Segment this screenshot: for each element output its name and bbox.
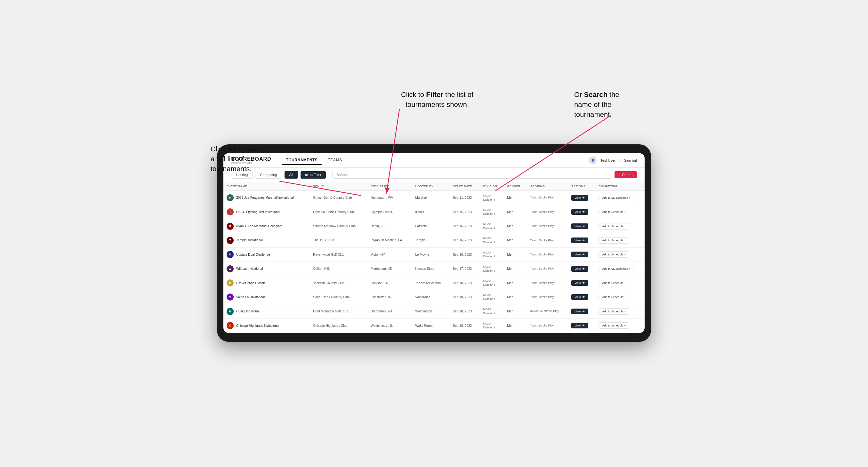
add-schedule-label-4: Add to Schedule + [602, 253, 626, 256]
cell-event-0: M 2023 Joe Feaganes Marshall Invitationa… [223, 191, 310, 205]
cell-division-3: NCAADivision I [480, 234, 504, 247]
cell-city-5: Manhattan, KS [367, 262, 412, 276]
cell-city-2: Berlin, CT [367, 219, 412, 233]
cell-city-8: Bremerton, WA [367, 304, 412, 318]
cell-gender-2: Men [504, 219, 527, 233]
event-name-3: Temple Invitational [236, 239, 263, 242]
cell-scoring-3: Team, Stroke Play [527, 234, 568, 247]
view-button-3[interactable]: View 👁 [571, 238, 588, 243]
nav-tab-tournaments[interactable]: TOURNAMENTS [282, 156, 322, 165]
all-tab[interactable]: All [284, 171, 298, 179]
view-button-2[interactable]: View 👁 [571, 223, 588, 229]
cell-date-7: Sep 18, 2023 [450, 290, 480, 304]
event-name-2: Ryan T. Lee Memorial Collegiate [236, 224, 282, 228]
table-header-row: EVENT NAME VENUE CITY, STATE HOSTED BY S… [223, 182, 645, 191]
col-venue: VENUE [310, 182, 367, 191]
view-button-6[interactable]: View 👁 [571, 280, 588, 286]
cell-date-2: Sep 16, 2023 [450, 219, 480, 233]
col-gender: GENDER [504, 182, 527, 191]
tablet-screen: SCOREBOARD Powered by clippd TOURNAMENTS… [223, 153, 645, 333]
cell-gender-6: Men [504, 276, 527, 290]
table-container: EVENT NAME VENUE CITY, STATE HOSTED BY S… [223, 182, 645, 333]
cell-event-3: T Temple Invitational [223, 234, 310, 247]
view-button-5[interactable]: View 👁 [571, 266, 588, 272]
view-button-1[interactable]: View 👁 [571, 209, 588, 215]
add-schedule-button-1[interactable]: Add to Schedule + [598, 209, 629, 215]
add-schedule-label-9: Add to Schedule + [602, 324, 626, 327]
cell-actions-3: View 👁 [568, 234, 595, 247]
create-button[interactable]: + Create [615, 171, 637, 178]
cell-actions-0: View 👁 [568, 191, 595, 205]
cell-hosted-9: Wake Forest [412, 318, 450, 333]
cell-division-5: NCAADivision I [480, 262, 504, 276]
team-logo-4: U [226, 251, 234, 258]
cell-scoring-7: Team, Stroke Play [527, 290, 568, 304]
cell-event-5: W Wildcat Invitational [223, 262, 310, 276]
add-schedule-button-4[interactable]: Add to Schedule + [598, 251, 629, 258]
cell-scoring-2: Team, Stroke Play [527, 219, 568, 233]
cell-competing-5: Add to My Schedule + [595, 262, 645, 276]
table-row: I OFCC Fighting Illini Invitational Olym… [223, 205, 645, 219]
eye-icon-8: 👁 [582, 310, 585, 313]
add-schedule-button-8[interactable]: Add to Schedule + [598, 308, 629, 315]
add-schedule-button-2[interactable]: Add to Schedule + [598, 223, 629, 229]
cell-date-3: Sep 16, 2023 [450, 234, 480, 247]
cell-hosted-1: Illinois [412, 205, 450, 219]
view-label-5: View [575, 267, 581, 271]
cell-scoring-9: Team, Stroke Play [527, 318, 568, 333]
cell-hosted-2: Fairfield [412, 219, 450, 233]
cell-competing-2: Add to Schedule + [595, 219, 645, 233]
col-event-name: EVENT NAME [223, 182, 310, 191]
annotation-search: Or Search thename of thetournament. [574, 90, 657, 119]
table-row: T Temple Invitational The 1912 Club Plym… [223, 234, 645, 247]
cell-venue-4: Ravenwood Golf Club [310, 247, 367, 261]
cell-competing-8: Add to Schedule + [595, 304, 645, 318]
cell-city-3: Plymouth Meeting, PA [367, 234, 412, 247]
view-button-7[interactable]: View 👁 [571, 294, 588, 300]
event-name-6: Grover Page Classic [236, 281, 266, 285]
view-button-4[interactable]: View 👁 [571, 252, 588, 257]
view-button-8[interactable]: View 👁 [571, 309, 588, 314]
add-schedule-button-9[interactable]: Add to Schedule + [598, 322, 629, 329]
add-schedule-label-8: Add to Schedule + [602, 310, 626, 313]
cell-venue-3: The 1912 Club [310, 234, 367, 247]
add-schedule-button-5[interactable]: Add to My Schedule + [598, 266, 634, 272]
eye-icon-9: 👁 [582, 324, 585, 327]
col-city-state: CITY, STATE [367, 182, 412, 191]
cell-event-8: H Husky Individual [223, 304, 310, 318]
cell-gender-8: Men [504, 304, 527, 318]
view-button-0[interactable]: View 👁 [571, 195, 588, 201]
filter-button[interactable]: ⊞ ⊞ Filter [301, 171, 326, 179]
cell-venue-5: Colbert Hills [310, 262, 367, 276]
event-name-4: Upstate Dual Challenge [236, 253, 270, 256]
add-schedule-button-3[interactable]: Add to Schedule + [598, 237, 629, 244]
add-schedule-button-6[interactable]: Add to Schedule + [598, 280, 629, 286]
cell-venue-9: Chicago Highlands Club [310, 318, 367, 333]
col-division: DIVISION [480, 182, 504, 191]
team-logo-2: F [226, 223, 234, 230]
col-actions: ACTIONS [568, 182, 595, 191]
col-hosted-by: HOSTED BY [412, 182, 450, 191]
nav-tab-teams[interactable]: TEAMS [323, 156, 347, 165]
cell-scoring-6: Team, Stroke Play [527, 276, 568, 290]
view-label-6: View [575, 281, 581, 285]
team-logo-7: V [226, 293, 234, 301]
table-row: H Husky Individual Gold Mountain Golf Cl… [223, 304, 645, 318]
cell-actions-8: View 👁 [568, 304, 595, 318]
cell-city-0: Huntington, WV [367, 191, 412, 205]
cell-date-0: Sep 11, 2023 [450, 191, 480, 205]
view-label-0: View [575, 196, 581, 199]
team-logo-5: W [226, 266, 234, 272]
view-button-9[interactable]: View 👁 [571, 323, 588, 329]
sign-out-link[interactable]: Sign out [624, 158, 637, 162]
table-row: U Upstate Dual Challenge Ravenwood Golf … [223, 247, 645, 261]
cell-date-8: Sep 18, 2023 [450, 304, 480, 318]
search-input[interactable] [332, 171, 612, 179]
event-name-0: 2023 Joe Feaganes Marshall Invitational [236, 196, 294, 199]
cell-city-4: Victor, NY [367, 247, 412, 261]
add-schedule-button-7[interactable]: Add to Schedule + [598, 294, 629, 300]
cell-city-9: Westchester, IL [367, 318, 412, 333]
view-label-7: View [575, 295, 581, 299]
cell-division-9: NCAADivision I [480, 318, 504, 333]
add-schedule-button-0[interactable]: Add to My Schedule + [598, 195, 634, 201]
